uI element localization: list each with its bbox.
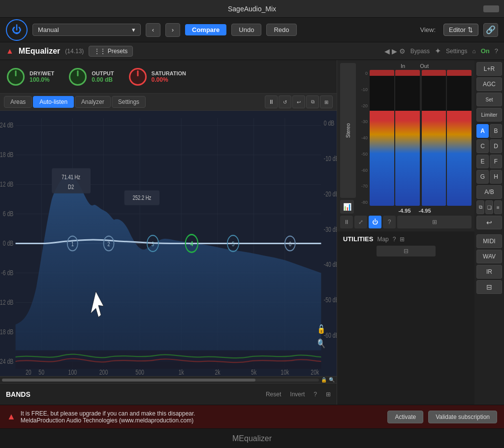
collapse-button[interactable]: ⊟ [476,280,502,294]
svg-text:-6 dB: -6 dB [1,268,13,277]
eq-graph[interactable]: 24 dB 18 dB 12 dB 6 dB 0 dB -6 dB -12 dB… [0,111,337,376]
midi-button[interactable]: MIDI [476,234,502,248]
ab-compare-button[interactable]: A/B [476,185,502,199]
bands-help-button[interactable]: ? [314,391,317,398]
eq-grid-button[interactable]: ⊞ [320,96,333,108]
power-button[interactable]: ⏻ [6,19,28,41]
bypass-button[interactable]: Bypass [410,48,430,55]
nav-back-button[interactable]: ‹ [146,23,160,37]
tab-settings[interactable]: Settings [112,96,146,108]
meter-display-area: Stereo 📊 In Out [340,63,472,214]
preset-h-button[interactable]: H [490,170,502,184]
copy-button[interactable]: ⧉ [476,200,484,214]
settings-gear-icon[interactable]: ⚙ [399,47,406,55]
svg-text:10k: 10k [281,368,289,376]
presets-button[interactable]: ⋮⋮ Presets [89,46,133,57]
view-select[interactable]: Editor ⇅ [443,24,478,36]
svg-text:3: 3 [152,240,154,248]
dry-wet-value: 100.0% [30,76,54,83]
stereo-mode-button[interactable]: Stereo [340,63,356,198]
validate-button[interactable]: Validate subscription [428,411,497,423]
ir-button[interactable]: IR [476,265,502,279]
svg-text:200: 200 [99,368,108,376]
paste-button[interactable]: ❏ [485,200,493,214]
redo-button[interactable]: Redo [266,24,296,36]
utilities-expand-button[interactable]: ⊟ [377,246,436,256]
meter-left-controls: Stereo 📊 [340,63,356,214]
bands-grid-button[interactable]: ⊞ [326,391,331,398]
settings-link[interactable]: Settings [446,48,467,55]
preset-dropdown[interactable]: Manual ▾ [32,24,141,36]
preset-a-button[interactable]: A [476,124,489,138]
preset-e-button[interactable]: E [476,155,489,168]
bottom-title-text: MEqualizer [232,434,272,443]
agc-button[interactable]: AGC [476,77,502,91]
meter-headers: In Out [358,63,472,70]
help-button[interactable]: ? [495,47,498,55]
promo-logo-icon: ▲ [7,412,16,422]
eq-scrollbar[interactable]: 🔒 🔍 [0,376,337,383]
eq-copy-button[interactable]: ⧉ [306,96,319,108]
saturation-knob[interactable] [129,68,147,86]
utilities-label: UTILITIES [343,235,373,243]
tab-analyzer[interactable]: Analyzer [75,96,111,108]
wav-button[interactable]: WAV [476,250,502,263]
compare-icon-button[interactable]: ≡ [494,200,502,214]
tab-areas[interactable]: Areas [4,96,32,108]
tab-auto-listen[interactable]: Auto-listen [33,96,74,108]
promo-line-2: MeldaProduction Audio Technologies (www.… [21,417,383,424]
utilities-help-button[interactable]: ? [393,236,396,243]
nav-left-icon[interactable]: ◀ [384,47,390,55]
preset-b-button[interactable]: B [490,124,502,138]
bands-invert-button[interactable]: Invert [290,391,305,398]
eq-undo-button[interactable]: ↩ [292,96,305,108]
dry-wet-labels: DRY/WET 100.0% [30,70,54,83]
link-button[interactable]: 🔗 [483,23,498,37]
bands-reset-button[interactable]: Reset [266,391,281,398]
window-control-btn[interactable] [483,5,499,12]
output-knob[interactable] [69,68,87,86]
meter-pause-button[interactable]: ⏸ [340,216,353,228]
nav-forward-button[interactable]: › [165,23,180,37]
knobs-row: DRY/WET 100.0% OUTPUT 0.00 dB SATURATION… [0,60,337,94]
link-icon: 🔗 [486,25,496,34]
undo-button[interactable]: Undo [231,24,261,36]
utilities-grid-button[interactable]: ⊞ [400,236,405,243]
promo-bar: ▲ It is FREE, but please upgrade if you … [0,405,504,428]
eq-snap-button[interactable]: ↺ [279,96,291,108]
svg-text:12 dB: 12 dB [0,180,13,188]
scroll-thumb[interactable] [2,379,255,382]
dry-wet-label: DRY/WET [30,70,54,76]
lr-button[interactable]: L+R [476,62,502,76]
pause-button[interactable]: ⏸ [265,96,278,108]
scroll-track[interactable] [2,379,319,382]
meter-help-button[interactable]: ? [383,216,396,228]
window-title: SageAudio_Mix [228,5,276,13]
home-icon[interactable]: ⌂ [472,48,475,55]
limiter-button[interactable]: Limiter [476,108,502,122]
svg-text:D2: D2 [68,183,74,190]
compare-button[interactable]: Compare [185,24,226,35]
preset-f-button[interactable]: F [490,155,502,168]
svg-text:-40 dB: -40 dB [324,260,337,269]
meter-db-10: -10 [358,87,368,92]
undo-back-button[interactable]: ↩ [476,216,502,229]
promo-text-block: It is FREE, but please upgrade if you ca… [21,410,383,424]
window-controls [483,5,499,12]
preset-g-button[interactable]: G [476,170,489,184]
eq-panel: DRY/WET 100.0% OUTPUT 0.00 dB SATURATION… [0,60,337,405]
lock-icon: 🔒 [321,377,327,383]
activate-button[interactable]: Activate [387,411,423,423]
meter-power-button[interactable]: ⏻ [369,216,381,228]
meter-grid-button[interactable]: ⊞ [397,216,472,228]
preset-d-button[interactable]: D [490,139,502,153]
utilities-map-button[interactable]: Map [377,236,388,243]
svg-text:252.2 Hz: 252.2 Hz [132,193,151,201]
nav-right-icon[interactable]: ▶ [392,47,397,55]
meter-bars-icon[interactable]: 📊 [340,200,354,214]
agc-set-button[interactable]: Set [476,93,502,106]
dry-wet-knob[interactable] [7,68,25,86]
meter-expand-button[interactable]: ⤢ [354,216,367,228]
svg-text:6 dB: 6 dB [3,209,14,218]
preset-c-button[interactable]: C [476,139,489,153]
